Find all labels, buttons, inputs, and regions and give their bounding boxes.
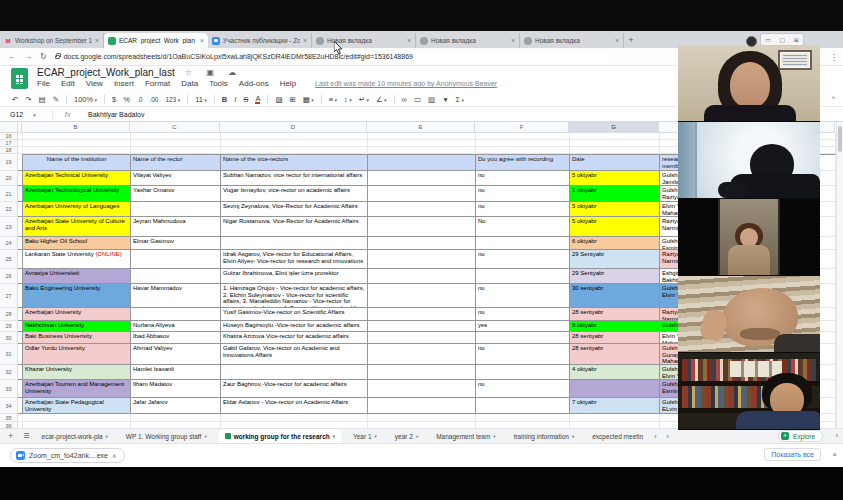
sheet-tab-2[interactable]: WP 1. Working group staff▾ — [120, 429, 213, 443]
row-number-21[interactable]: 21 — [0, 186, 18, 202]
cell-G33[interactable] — [570, 380, 660, 398]
row-number-19[interactable]: 19 — [0, 154, 18, 171]
cell-E19[interactable] — [368, 154, 476, 171]
h-align-icon[interactable]: ≡ ▾ — [329, 95, 337, 104]
sheets-logo-icon[interactable] — [11, 68, 28, 89]
cell-C20[interactable]: Vilayat Valiyev — [131, 171, 221, 186]
cell-G35[interactable] — [570, 414, 660, 422]
menu-data[interactable]: Data — [181, 79, 198, 88]
last-edit-link[interactable]: Last edit was made 10 minutes ago by Ano… — [315, 80, 497, 87]
document-title[interactable]: ECAR_project_Work_plan_last — [37, 67, 175, 78]
cell-B18[interactable] — [23, 147, 131, 154]
cell-F34[interactable] — [476, 398, 570, 414]
cell-E31[interactable] — [368, 344, 476, 365]
menu-add-ons[interactable]: Add-ons — [239, 79, 269, 88]
cell-D23[interactable]: Nigar Rustamova, Vice-Rector for Academi… — [221, 217, 368, 237]
browser-tab-4[interactable]: Новая вкладка× — [312, 33, 416, 48]
tab-close-icon[interactable]: × — [407, 37, 411, 44]
vertical-scrollbar[interactable] — [836, 122, 843, 428]
cell-D32[interactable] — [221, 365, 368, 380]
forward-icon[interactable]: → — [24, 52, 32, 61]
row-number-18[interactable]: 18 — [0, 147, 18, 154]
cell-F18[interactable] — [476, 147, 570, 154]
cell-E17[interactable] — [368, 140, 476, 147]
cell-B35[interactable] — [23, 414, 131, 422]
cell-D17[interactable] — [221, 140, 368, 147]
cell-D24[interactable] — [221, 237, 368, 250]
cell-C27[interactable]: Havar Mammadov — [131, 284, 221, 308]
cell-C18[interactable] — [131, 147, 221, 154]
cell-B25[interactable]: Lankaran State University (ONLINE) — [23, 250, 131, 269]
menu-view[interactable]: View — [86, 79, 103, 88]
close-shelf-icon[interactable]: × — [832, 450, 837, 459]
cell-D35[interactable] — [221, 414, 368, 422]
video-strip-handle-icon[interactable] — [746, 36, 757, 47]
font-size-select[interactable]: 11 ▾ — [195, 95, 207, 104]
row-number-24[interactable]: 24 — [0, 237, 18, 250]
row-number-31[interactable]: 31 — [0, 344, 18, 365]
reload-icon[interactable]: ↻ — [40, 52, 47, 61]
cell-G27[interactable]: 30 sentyabr — [570, 284, 660, 308]
cell-D25[interactable]: Idrak Asgarov, Vice-rector for Education… — [221, 250, 368, 269]
cell-C25[interactable] — [131, 250, 221, 269]
menu-help[interactable]: Help — [280, 79, 296, 88]
browser-tab-3[interactable]: Участник публикации - Zoom× — [208, 33, 312, 48]
cell-D21[interactable]: Vugar Ismayilov, vice-rector on academic… — [221, 186, 368, 202]
tab-close-icon[interactable]: × — [200, 37, 204, 44]
cell-C19[interactable]: Name of the rector — [131, 154, 221, 171]
cell-G34[interactable]: 7 oktyabr — [570, 398, 660, 414]
cell-F20[interactable]: no — [476, 171, 570, 186]
menu-insert[interactable]: Insert — [114, 79, 134, 88]
cell-D19[interactable]: Name of the vice-rectors — [221, 154, 368, 171]
cell-E29[interactable] — [368, 321, 476, 332]
cell-E24[interactable] — [368, 237, 476, 250]
cell-C32[interactable]: Hamlet Isaxanli — [131, 365, 221, 380]
cell-D28[interactable]: Yusif Gasimov-Vice-rector on Scientific … — [221, 308, 368, 321]
cell-F25[interactable]: no — [476, 250, 570, 269]
sheet-tab-5[interactable]: year 2▾ — [389, 429, 424, 443]
cell-B24[interactable]: Baku Higher Oil School — [23, 237, 131, 250]
cell-G30[interactable]: 28 sentyabr — [570, 332, 660, 344]
url-text[interactable]: docs.google.com/spreadsheets/d/1OaBuCSiK… — [64, 53, 413, 60]
row-number-16[interactable]: 16 — [0, 133, 18, 140]
download-item[interactable]: Zoom_cm_fo42ank....exe ∧ — [10, 448, 125, 463]
menu-format[interactable]: Format — [145, 79, 170, 88]
column-header-D[interactable]: D — [220, 122, 367, 133]
row-number-20[interactable]: 20 — [0, 171, 18, 186]
browser-menu-icon[interactable]: ⋮ — [830, 53, 838, 62]
row-number-32[interactable]: 32 — [0, 365, 18, 380]
download-caret-icon[interactable]: ∧ — [112, 452, 116, 459]
tab-close-icon[interactable]: × — [303, 37, 307, 44]
cell-F24[interactable] — [476, 237, 570, 250]
cell-D30[interactable]: Khatira Azizova Vice-rector for academic… — [221, 332, 368, 344]
cell-B27[interactable]: Baku Engineering University — [23, 284, 131, 308]
row-number-26[interactable]: 26 — [0, 269, 18, 284]
cell-F32[interactable] — [476, 365, 570, 380]
scrollbar-thumb[interactable] — [838, 126, 842, 152]
cell-D31[interactable]: Gabil Gafarov, Vice-rector on Academic a… — [221, 344, 368, 365]
cell-G26[interactable]: 29 Sentyabr — [570, 269, 660, 284]
cell-B20[interactable]: Azerbaijan Technical University — [23, 171, 131, 186]
fill-color-icon[interactable]: ▨ — [275, 95, 282, 104]
text-rotate-icon[interactable]: ∠ ▾ — [376, 95, 387, 104]
row-number-25[interactable]: 25 — [0, 250, 18, 269]
cell-D33[interactable]: Zaur Baghirov,-Vice-rector for academic … — [221, 380, 368, 398]
row-number-17[interactable]: 17 — [0, 140, 18, 147]
tab-close-icon[interactable]: × — [615, 37, 619, 44]
row-number-29[interactable]: 29 — [0, 321, 18, 332]
cell-B21[interactable]: Azerbaijan Technological University — [23, 186, 131, 202]
video-strip-control-icon-2[interactable]: ▢ — [779, 36, 785, 43]
decrease-decimal-icon[interactable]: .0 — [137, 96, 142, 103]
name-box[interactable]: G12▾ — [0, 111, 52, 118]
video-strip-control-icon-1[interactable]: ▭ — [765, 36, 771, 43]
cell-B26[interactable]: Avrasiya Universiteti — [23, 269, 131, 284]
cell-B31[interactable]: Odlar Yurdu University — [23, 344, 131, 365]
cell-C21[interactable]: Yashar Omarov — [131, 186, 221, 202]
cell-B23[interactable]: Azerbaijan State University of Culture a… — [23, 217, 131, 237]
cell-D22[interactable]: Sevinj Zeynalova, Vice-Rector for Academ… — [221, 202, 368, 217]
filter-icon[interactable]: ▼ — [442, 96, 448, 103]
back-icon[interactable]: ← — [8, 52, 16, 61]
browser-tab-2[interactable]: ECAR_project_Work_plan_last - G× — [104, 33, 208, 48]
cell-G21[interactable]: 1 oktyabr — [570, 186, 660, 202]
cell-C28[interactable] — [131, 308, 221, 321]
